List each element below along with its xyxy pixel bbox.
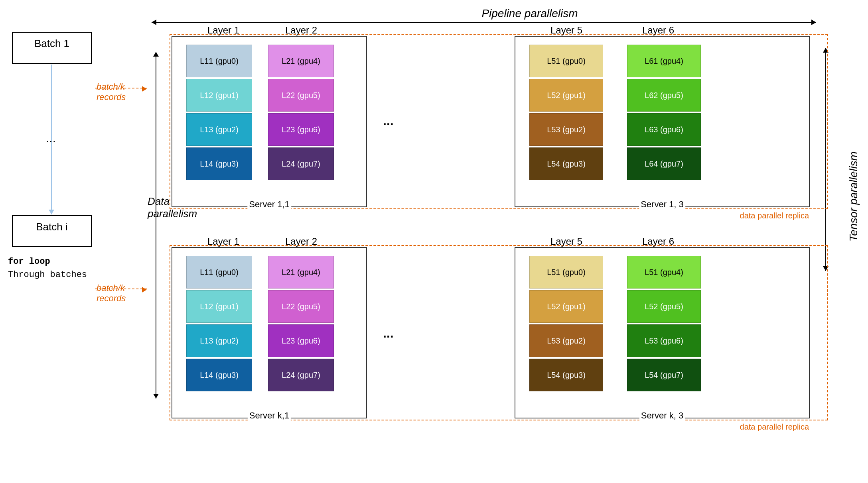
k-l22-block: L22 (gpu5) [268, 290, 334, 323]
l13-block: L13 (gpu2) [186, 113, 252, 146]
k-l54-block: L54 (gpu3) [529, 359, 603, 391]
horiz-dots-top: ... [383, 114, 394, 128]
l51-block-top: L51 (gpu0) [529, 45, 603, 77]
server11-label: Server 1,1 [247, 199, 291, 210]
k-l61-block: L51 (gpu4) [627, 256, 701, 289]
horiz-dots-bottom: ... [383, 326, 394, 341]
layer6-label-b: Layer 6 [642, 236, 674, 247]
for-loop-line1: for loop [8, 255, 87, 268]
layer2-label-b: Layer 2 [285, 236, 317, 247]
l62-block: L62 (gpu5) [627, 79, 701, 112]
l53-block-top: L53 (gpu2) [529, 113, 603, 146]
l61-block: L61 (gpu4) [627, 45, 701, 77]
tensor-arrow [825, 48, 826, 271]
data-parallel-replica-top: data parallel replica [740, 211, 809, 220]
layer1-label-b: Layer 1 [207, 236, 239, 247]
tensor-label: Tensor parallelism [847, 151, 860, 242]
k-l62-block: L52 (gpu5) [627, 290, 701, 323]
batchk-arrow-top [95, 88, 147, 88]
l63-block: L63 (gpu6) [627, 113, 701, 146]
pipeline-arrow [152, 22, 816, 23]
server13-l5-stack: L51 (gpu0) L52 (gpu1) L53 (gpu2) L54 (gp… [529, 45, 603, 180]
batchk-label-bottom: batch/krecords [97, 283, 126, 304]
k-l13-block: L13 (gpu2) [186, 324, 252, 357]
layer5-label: Layer 5 [550, 25, 582, 36]
serverk1-l1-stack: L11 (gpu0) L12 (gpu1) L13 (gpu2) L14 (gp… [186, 256, 252, 391]
batchi-box: Batch i [12, 215, 92, 247]
serverk3-l6-stack: L51 (gpu4) L52 (gpu5) L53 (gpu6) L54 (gp… [627, 256, 701, 391]
serverk1-label: Server k,1 [248, 410, 291, 421]
l64-block: L64 (gpu7) [627, 147, 701, 180]
k-l52-block: L52 (gpu1) [529, 290, 603, 323]
l21-block: L21 (gpu4) [268, 45, 334, 77]
for-loop-line2: Through batches [8, 268, 87, 281]
serverk3-box: L51 (gpu0) L52 (gpu1) L53 (gpu2) L54 (gp… [515, 247, 810, 418]
l24-block: L24 (gpu7) [268, 147, 334, 180]
k-l24-block: L24 (gpu7) [268, 359, 334, 391]
k-l21-block: L21 (gpu4) [268, 256, 334, 289]
data-parallel-replica-bottom: data parallel replica [740, 422, 809, 432]
layer1-label: Layer 1 [207, 25, 239, 36]
k-l14-block: L14 (gpu3) [186, 359, 252, 391]
server13-box: L51 (gpu0) L52 (gpu1) L53 (gpu2) L54 (gp… [515, 36, 810, 207]
server11-l1-stack: L11 (gpu0) L12 (gpu1) L13 (gpu2) L14 (gp… [186, 45, 252, 180]
k-l11-block: L11 (gpu0) [186, 256, 252, 289]
layer5-label-b: Layer 5 [550, 236, 582, 247]
layer2-label: Layer 2 [285, 25, 317, 36]
k-l53-block: L53 (gpu2) [529, 324, 603, 357]
batchk-arrow-bottom [95, 289, 147, 289]
serverk3-label: Server k, 3 [639, 410, 685, 421]
batchi-label: Batch i [36, 221, 68, 233]
k-l51-block: L51 (gpu0) [529, 256, 603, 289]
pipeline-label: Pipeline parallelism [239, 7, 820, 20]
l54-block-top: L54 (gpu3) [529, 147, 603, 180]
main-container: Pipeline parallelism Tensor parallelism … [0, 0, 868, 483]
k-l64-block: L54 (gpu7) [627, 359, 701, 391]
l14-block: L14 (gpu3) [186, 147, 252, 180]
l23-block: L23 (gpu6) [268, 113, 334, 146]
k-l63-block: L53 (gpu6) [627, 324, 701, 357]
batchk-label-top: batch/krecords [97, 82, 126, 102]
data-parallel-arrow [156, 52, 156, 399]
serverk1-l2-stack: L21 (gpu4) L22 (gpu5) L23 (gpu6) L24 (gp… [268, 256, 334, 391]
batch1-box: Batch 1 [12, 32, 92, 64]
l12-block: L12 (gpu1) [186, 79, 252, 112]
k-l12-block: L12 (gpu1) [186, 290, 252, 323]
l11-block: L11 (gpu0) [186, 45, 252, 77]
server13-label: Server 1, 3 [639, 199, 685, 210]
k-l23-block: L23 (gpu6) [268, 324, 334, 357]
batch-dots: ... [46, 132, 56, 145]
l52-block-top: L52 (gpu1) [529, 79, 603, 112]
batch1-label: Batch 1 [34, 37, 69, 49]
server11-l2-stack: L21 (gpu4) L22 (gpu5) L23 (gpu6) L24 (gp… [268, 45, 334, 180]
serverk1-box: L11 (gpu0) L12 (gpu1) L13 (gpu2) L14 (gp… [172, 247, 367, 418]
server11-box: L11 (gpu0) L12 (gpu1) L13 (gpu2) L14 (gp… [172, 36, 367, 207]
l22-block: L22 (gpu5) [268, 79, 334, 112]
for-loop-text: for loop Through batches [8, 255, 87, 281]
layer6-label: Layer 6 [642, 25, 674, 36]
serverk3-l5-stack: L51 (gpu0) L52 (gpu1) L53 (gpu2) L54 (gp… [529, 256, 603, 391]
server13-l6-stack: L61 (gpu4) L62 (gpu5) L63 (gpu6) L64 (gp… [627, 45, 701, 180]
